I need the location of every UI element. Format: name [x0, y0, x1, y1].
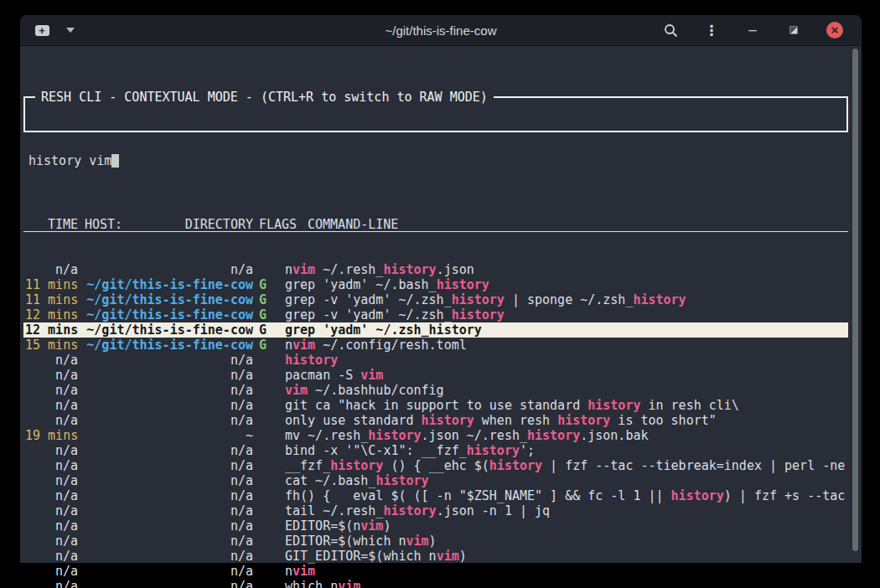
row-directory: n/a — [85, 398, 253, 413]
new-tab-button[interactable]: + — [34, 20, 50, 40]
match-highlight: vim — [292, 338, 315, 353]
row-command: cat ~/.bash_history — [279, 473, 848, 488]
row-directory: n/a — [85, 488, 253, 503]
row-flags: G — [253, 277, 279, 292]
table-row[interactable]: n/a n/a pacman -S vim — [23, 368, 848, 383]
match-highlight: history — [452, 307, 505, 322]
table-row[interactable]: 11 mins ~/git/this-is-fine-cow G grep 'y… — [23, 277, 848, 292]
table-row[interactable]: n/a n/a bind -x '"\C-x1": __fzf_history'… — [23, 443, 848, 458]
restore-button[interactable] — [785, 20, 802, 40]
row-directory: n/a — [85, 473, 253, 488]
header-host-directory: HOST:DIRECTORY — [85, 217, 253, 231]
table-row[interactable]: 11 mins ~/git/this-is-fine-cow G grep -v… — [23, 292, 848, 307]
row-directory: n/a — [85, 503, 253, 518]
table-row[interactable]: n/a n/a EDITOR=$(nvim) — [23, 518, 848, 534]
match-highlight: vim — [292, 262, 315, 277]
match-highlight: vim — [360, 518, 383, 534]
table-row[interactable]: n/a n/a fh() { eval $( ([ -n "$ZSH_NAME"… — [23, 488, 848, 503]
row-command: EDITOR=$(which nvim) — [279, 534, 848, 549]
row-time: n/a — [25, 488, 78, 503]
table-row[interactable]: 12 mins ~/git/this-is-fine-cow G grep -v… — [23, 307, 848, 322]
table-row[interactable]: n/a n/a which nvim — [23, 579, 848, 588]
menu-button[interactable]: ⋮ — [703, 20, 720, 40]
row-time: n/a — [25, 579, 78, 588]
row-time: 12 mins — [25, 322, 78, 338]
row-time: n/a — [25, 518, 78, 534]
table-row[interactable]: n/a n/a cat ~/.bash_history — [23, 473, 848, 488]
table-row[interactable]: n/a n/a nvim ~/.resh_history.json — [23, 262, 848, 277]
row-time: 15 mins — [25, 338, 78, 353]
row-command: __fzf_history () { __ehc $(history | fzf… — [279, 458, 848, 473]
table-row[interactable]: n/a n/a EDITOR=$(which nvim) — [23, 534, 848, 549]
table-row[interactable]: n/a n/a history — [23, 353, 848, 368]
match-highlight: history — [285, 353, 338, 368]
row-command: tail ~/.resh_history.json -n 1 | jq — [279, 503, 848, 518]
table-row[interactable]: 19 mins ~ mv ~/.resh_history.json ~/.res… — [23, 428, 848, 443]
history-table-body: n/a n/a nvim ~/.resh_history.json 11 min… — [23, 262, 848, 588]
table-row[interactable]: n/a n/a tail ~/.resh_history.json -n 1 |… — [23, 503, 848, 518]
row-command: pacman -S vim — [279, 368, 848, 383]
row-directory: n/a — [85, 579, 253, 588]
row-flags: G — [253, 292, 279, 307]
search-box[interactable]: RESH CLI - CONTEXTUAL MODE - (CTRL+R to … — [23, 96, 848, 132]
row-command: mv ~/.resh_history.json ~/.resh_history.… — [279, 428, 848, 443]
match-highlight: history — [588, 398, 640, 413]
table-row[interactable]: n/a n/a GIT_EDITOR=$(which nvim) — [23, 549, 848, 564]
new-tab-icon: + — [35, 25, 49, 36]
row-time: 11 mins — [25, 277, 78, 292]
table-row[interactable]: n/a n/a only use standard history when r… — [23, 413, 848, 428]
table-row[interactable]: 12 mins ~/git/this-is-fine-cow G grep 'y… — [23, 322, 848, 338]
row-command: vim ~/.bashhub/config — [279, 383, 848, 398]
row-command: bind -x '"\C-x1": __fzf_history'; — [279, 443, 848, 458]
row-directory: n/a — [85, 413, 253, 428]
match-highlight: history — [383, 503, 436, 518]
row-flags — [253, 488, 279, 503]
minimize-button[interactable]: – — [744, 20, 761, 40]
row-flags: G — [253, 338, 279, 353]
row-command: EDITOR=$(nvim) — [279, 518, 848, 534]
chevron-down-icon — [66, 28, 75, 33]
row-flags — [253, 413, 279, 428]
match-highlight: vim — [292, 564, 315, 579]
row-command: nvim ~/.config/resh.toml — [279, 338, 848, 353]
search-box-title: RESH CLI - CONTEXTUAL MODE - (CTRL+R to … — [35, 90, 494, 105]
row-flags — [253, 579, 279, 588]
row-command: which nvim — [279, 579, 848, 588]
table-row[interactable]: n/a n/a vim ~/.bashhub/config — [23, 383, 848, 398]
table-header: TIME HOST:DIRECTORY FLAGS COMMAND-LINE — [23, 217, 848, 232]
row-directory: n/a — [85, 443, 253, 458]
row-time: n/a — [25, 368, 78, 383]
profile-dropdown-button[interactable] — [62, 20, 79, 40]
row-command: GIT_EDITOR=$(which nvim) — [279, 549, 848, 564]
row-command: grep 'yadm' ~/.zsh_history — [279, 322, 848, 338]
row-time: n/a — [25, 473, 78, 488]
scrollbar-thumb[interactable] — [852, 49, 858, 551]
table-row[interactable]: n/a n/a __fzf_history () { __ehc $(histo… — [23, 458, 848, 473]
row-directory: n/a — [85, 383, 253, 398]
row-directory: ~/git/this-is-fine-cow — [85, 338, 253, 353]
titlebar: + ~/git/this-is-fine-cow ⋮ – — [20, 15, 862, 46]
row-time: n/a — [25, 503, 78, 518]
search-query-text: history vim — [28, 153, 111, 168]
search-input[interactable]: history vim — [25, 143, 846, 168]
close-icon: × — [831, 23, 839, 36]
row-directory: n/a — [85, 368, 253, 383]
table-row[interactable]: n/a n/a nvim — [23, 564, 848, 579]
row-flags: G — [253, 322, 279, 338]
match-highlight: vim — [285, 383, 308, 398]
match-highlight: vim — [360, 368, 383, 383]
close-button[interactable]: × — [826, 22, 843, 39]
table-row[interactable]: 15 mins ~/git/this-is-fine-cow G nvim ~/… — [23, 338, 848, 353]
match-highlight: vim — [437, 549, 459, 564]
search-button[interactable] — [662, 20, 679, 40]
match-highlight: history — [452, 292, 505, 307]
match-highlight: history — [557, 413, 610, 428]
row-flags — [253, 443, 279, 458]
row-directory: n/a — [85, 534, 253, 549]
row-flags — [253, 262, 279, 277]
history-table: TIME HOST:DIRECTORY FLAGS COMMAND-LINE n… — [23, 187, 848, 588]
terminal-window: + ~/git/this-is-fine-cow ⋮ – — [20, 15, 862, 563]
table-row[interactable]: n/a n/a git ca "hack in support to use s… — [23, 398, 848, 413]
row-command: grep -v 'yadm' ~/.zsh_history | sponge ~… — [279, 292, 848, 307]
row-flags — [253, 503, 279, 518]
